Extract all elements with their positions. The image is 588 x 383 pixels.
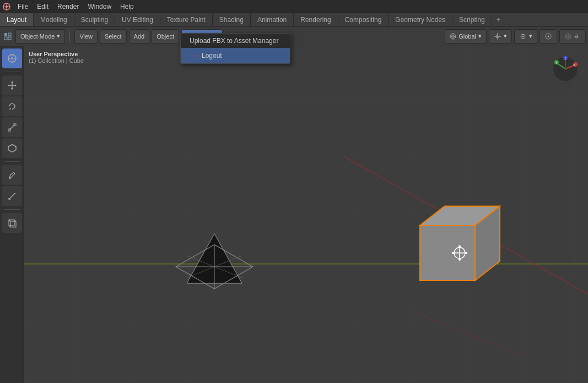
pivot-icon <box>494 33 501 40</box>
proportional-button[interactable] <box>540 29 557 44</box>
svg-marker-39 <box>8 144 16 152</box>
unity-cloud-dropdown: Upload FBX to Asset Manager → Logout <box>180 33 290 64</box>
header-gizmo-area[interactable] <box>559 29 586 44</box>
tab-geometry-nodes[interactable]: Geometry Nodes <box>389 13 452 26</box>
svg-rect-6 <box>4 37 7 40</box>
select-button[interactable]: Select <box>100 29 127 44</box>
object-mode-button[interactable]: Object Mode ▾ <box>15 29 65 44</box>
tool-separator-2 <box>4 161 20 162</box>
svg-marker-32 <box>11 88 13 90</box>
tab-texture-paint[interactable]: Texture Paint <box>160 13 213 26</box>
object-button[interactable]: Object <box>152 29 179 44</box>
pivot-button[interactable]: ▾ <box>489 29 512 44</box>
svg-line-41 <box>9 193 15 199</box>
menu-edit[interactable]: Edit <box>33 0 53 13</box>
snapping-button[interactable]: ▾ <box>514 29 537 44</box>
tab-compositing[interactable]: Compositing <box>338 13 389 26</box>
perspective-label: User Perspective <box>29 51 84 57</box>
camera-object <box>159 212 269 312</box>
svg-marker-31 <box>11 81 13 83</box>
svg-text:Z: Z <box>564 57 567 60</box>
header-gizmo-icon <box>564 33 581 40</box>
3d-viewport[interactable]: User Perspective (1) Collection | Cube <box>24 46 588 383</box>
svg-point-68 <box>458 245 461 247</box>
viewport-info: User Perspective (1) Collection | Cube <box>29 51 84 64</box>
svg-rect-5 <box>8 33 11 36</box>
collection-label: (1) Collection | Cube <box>29 57 84 64</box>
tool-separator-3 <box>4 209 20 210</box>
tool-transform[interactable] <box>2 138 22 158</box>
svg-point-71 <box>465 252 467 254</box>
tool-scale[interactable] <box>2 117 22 137</box>
menu-window[interactable]: Window <box>83 0 116 13</box>
separator-1 <box>69 31 70 42</box>
tool-annotate[interactable] <box>2 165 22 185</box>
globe-icon <box>450 33 456 40</box>
menu-file[interactable]: File <box>13 0 33 13</box>
tab-animation[interactable]: Animation <box>251 13 294 26</box>
tool-add-cube[interactable] <box>2 213 22 233</box>
proportional-icon <box>544 33 552 40</box>
tool-separator-1 <box>4 72 20 72</box>
tab-layout[interactable]: Layout <box>0 13 34 26</box>
svg-rect-45 <box>10 222 16 227</box>
navigation-gizmo[interactable]: X Y Z <box>552 55 579 83</box>
svg-text:X: X <box>573 63 575 67</box>
menu-help[interactable]: Help <box>116 0 138 13</box>
tool-move[interactable] <box>2 75 22 95</box>
tab-uv-editing[interactable]: UV Editing <box>115 13 160 26</box>
cube-wireframe <box>414 198 505 297</box>
svg-rect-7 <box>8 37 11 40</box>
snap-icon <box>519 33 527 40</box>
tab-sculpting[interactable]: Sculpting <box>74 13 115 26</box>
svg-rect-4 <box>4 33 7 36</box>
top-menu-bar: File Edit Render Window Help <box>0 0 588 13</box>
svg-text:Y: Y <box>555 61 558 64</box>
svg-point-15 <box>522 35 524 37</box>
svg-marker-34 <box>15 84 17 87</box>
tab-modeling[interactable]: Modeling <box>34 13 74 26</box>
svg-marker-33 <box>8 84 9 87</box>
svg-point-69 <box>458 258 461 261</box>
header-toolbar: Object Mode ▾ View Select Add Object Uni… <box>0 26 588 46</box>
left-sidebar <box>0 46 24 383</box>
svg-point-17 <box>548 35 549 37</box>
app-logo <box>0 0 13 13</box>
viewport-icon <box>2 31 13 42</box>
tab-scripting[interactable]: Scripting <box>452 13 492 26</box>
add-button[interactable]: Add <box>129 29 150 44</box>
camera-wireframe <box>159 212 269 311</box>
global-button[interactable]: Global ▾ <box>445 29 487 44</box>
dropdown-arrow: → <box>190 51 197 60</box>
svg-point-24 <box>11 57 13 60</box>
tab-add-button[interactable]: + <box>492 13 505 26</box>
svg-marker-35 <box>9 108 11 110</box>
tool-rotate[interactable] <box>2 96 22 116</box>
svg-point-70 <box>452 252 454 254</box>
tab-bar: Layout Modeling Sculpting UV Editing Tex… <box>0 13 588 26</box>
menu-render[interactable]: Render <box>53 0 83 13</box>
view-button[interactable]: View <box>74 29 98 44</box>
tab-rendering[interactable]: Rendering <box>294 13 338 26</box>
tool-cursor[interactable] <box>2 48 22 68</box>
tool-measure[interactable] <box>2 186 22 206</box>
dropdown-upload-fbx[interactable]: Upload FBX to Asset Manager <box>181 34 290 48</box>
dropdown-logout[interactable]: → Logout <box>181 48 290 63</box>
cube-object <box>414 198 503 294</box>
tab-shading[interactable]: Shading <box>213 13 251 26</box>
